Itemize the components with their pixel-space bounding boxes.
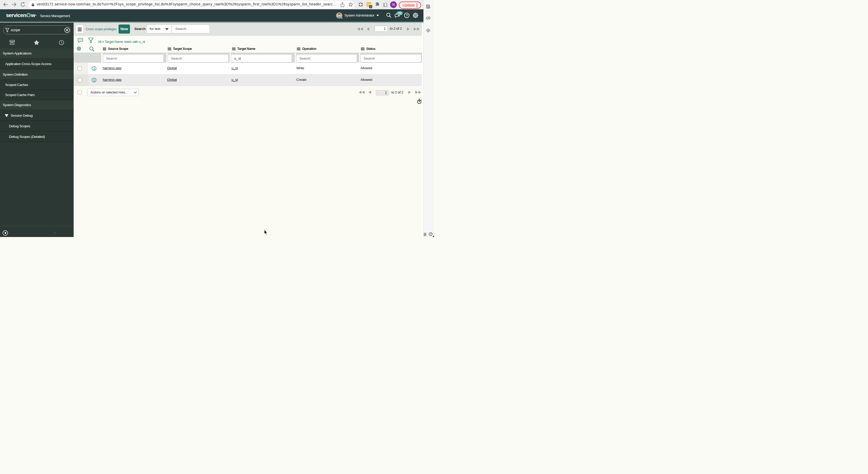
svg-text:?: ? (406, 13, 408, 17)
svg-text:?: ? (430, 233, 431, 235)
